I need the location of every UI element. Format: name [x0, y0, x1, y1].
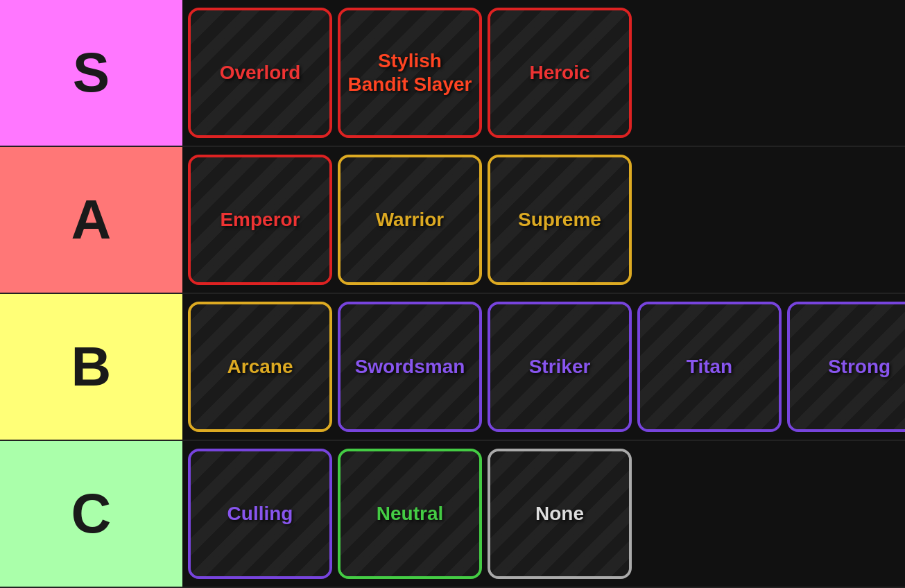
tier-row-a: AEmperorWarriorSupreme [0, 147, 905, 294]
item-card-stylish-bandit-slayer[interactable]: StylishBandit Slayer [338, 8, 482, 138]
item-card-heroic[interactable]: Heroic [488, 8, 632, 138]
item-label: Strong [822, 349, 896, 384]
tier-list: SOverlordStylishBandit SlayerHeroicAEmpe… [0, 0, 905, 588]
item-label: None [530, 496, 589, 531]
item-label: Supreme [512, 202, 607, 237]
tier-items-s: OverlordStylishBandit SlayerHeroic [182, 0, 905, 146]
item-label: Emperor [214, 202, 305, 237]
item-card-neutral[interactable]: Neutral [338, 449, 482, 579]
tier-items-b: ArcaneSwordsmanStrikerTitanStrong [182, 294, 905, 440]
item-label: Neutral [371, 496, 449, 531]
item-label: Culling [222, 496, 299, 531]
tier-row-b: BArcaneSwordsmanStrikerTitanStrong [0, 294, 905, 441]
item-card-overlord[interactable]: Overlord [188, 8, 332, 138]
tier-label-b: B [0, 294, 182, 440]
item-card-supreme[interactable]: Supreme [488, 155, 632, 285]
tier-row-s: SOverlordStylishBandit SlayerHeroic [0, 0, 905, 147]
tier-items-c: CullingNeutralNone [182, 441, 905, 587]
item-label: Warrior [370, 202, 450, 237]
item-card-strong[interactable]: Strong [787, 302, 905, 432]
item-label: Swordsman [350, 349, 471, 384]
item-card-none[interactable]: None [488, 449, 632, 579]
item-label: Heroic [524, 55, 595, 90]
tier-label-a: A [0, 147, 182, 293]
item-card-striker[interactable]: Striker [488, 302, 632, 432]
tier-label-c: C [0, 441, 182, 587]
tier-row-c: CCullingNeutralNone [0, 441, 905, 588]
item-label: Striker [524, 349, 596, 384]
item-card-arcane[interactable]: Arcane [188, 302, 332, 432]
item-label: Titan [681, 349, 738, 384]
item-card-culling[interactable]: Culling [188, 449, 332, 579]
item-card-swordsman[interactable]: Swordsman [338, 302, 482, 432]
tier-items-a: EmperorWarriorSupreme [182, 147, 905, 293]
item-label: Arcane [222, 349, 299, 384]
item-label: StylishBandit Slayer [343, 44, 478, 101]
tier-label-s: S [0, 0, 182, 146]
item-card-warrior[interactable]: Warrior [338, 155, 482, 285]
item-card-titan[interactable]: Titan [637, 302, 782, 432]
item-label: Overlord [214, 55, 307, 90]
item-card-emperor[interactable]: Emperor [188, 155, 332, 285]
